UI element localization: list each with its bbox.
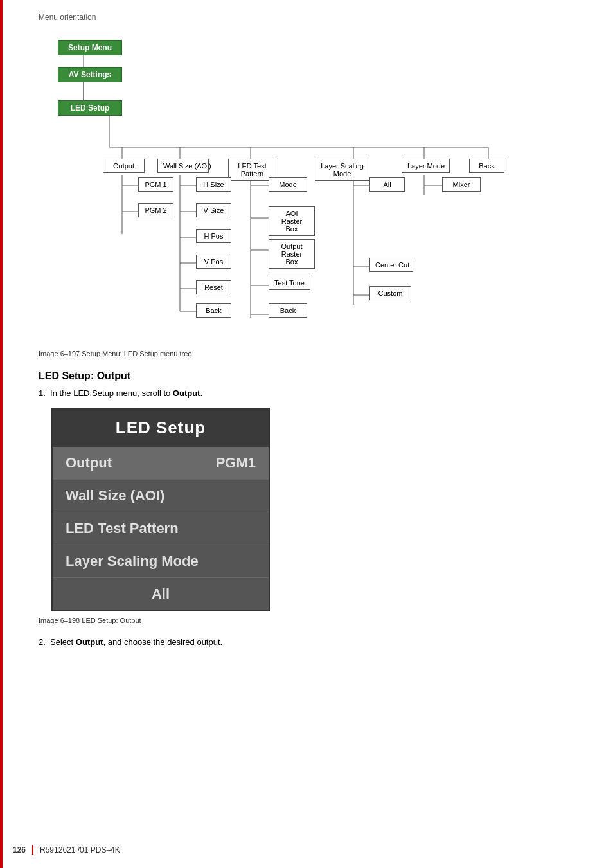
footer-separator xyxy=(32,845,33,855)
led-display-output-value: PGM1 xyxy=(216,455,256,471)
menu-box-layer-mode: Layer Mode xyxy=(402,159,450,173)
menu-box-wall-size: Wall Size (AOI) xyxy=(157,159,209,173)
page-left-border xyxy=(0,0,3,868)
footer-page-number: 126 xyxy=(13,845,26,854)
menu-box-mixer: Mixer xyxy=(442,177,481,192)
menu-box-v-pos: V Pos xyxy=(196,255,231,269)
image-caption-2: Image 6–198 LED Setup: Output xyxy=(39,617,594,624)
led-display-all-label: All xyxy=(66,586,256,602)
menu-box-custom: Custom xyxy=(369,286,411,300)
section-heading: LED Setup: Output xyxy=(39,370,594,382)
menu-box-back1: Back xyxy=(196,303,231,318)
led-display-header: LED Setup xyxy=(53,409,269,447)
menu-box-pgm1: PGM 1 xyxy=(138,177,173,192)
menu-box-all: All xyxy=(369,177,405,192)
led-display-row-all: All xyxy=(53,578,269,610)
led-display-row-wall-size: Wall Size (AOI) xyxy=(53,480,269,512)
led-display-row-layer-scaling: Layer Scaling Mode xyxy=(53,545,269,578)
page-footer: 126 R5912621 /01 PDS–4K xyxy=(13,845,600,855)
menu-box-setup-menu: Setup Menu xyxy=(58,40,122,55)
menu-orientation-label: Menu orientation xyxy=(39,13,594,22)
image-caption-1: Image 6–197 Setup Menu: LED Setup menu t… xyxy=(39,350,594,357)
menu-box-mode: Mode xyxy=(269,177,307,192)
menu-tree-diagram: Setup Menu AV Settings LED Setup Output … xyxy=(39,35,594,330)
led-display-layer-scaling-label: Layer Scaling Mode xyxy=(66,553,199,570)
menu-box-aoi-raster-box: AOI Raster Box xyxy=(269,206,315,236)
step1-text: 1. In the LED:Setup menu, scroll to Outp… xyxy=(39,388,594,398)
led-display-row-led-test-pattern: LED Test Pattern xyxy=(53,512,269,545)
menu-box-back2: Back xyxy=(269,303,307,318)
footer-doc-id: R5912621 /01 PDS–4K xyxy=(40,845,120,854)
led-display-row-output: Output PGM1 xyxy=(53,447,269,480)
menu-box-pgm2: PGM 2 xyxy=(138,203,173,217)
step2-text: 2. Select Output, and choose the desired… xyxy=(39,637,594,647)
led-display-output-label: Output xyxy=(66,455,112,471)
menu-box-test-tone: Test Tone xyxy=(269,276,310,290)
menu-box-center-cut: Center Cut xyxy=(369,258,413,272)
menu-box-v-size: V Size xyxy=(196,203,231,217)
menu-box-h-pos: H Pos xyxy=(196,229,231,243)
menu-box-led-setup: LED Setup xyxy=(58,100,122,116)
menu-box-output: Output xyxy=(103,159,145,173)
menu-box-h-size: H Size xyxy=(196,177,231,192)
menu-box-av-settings: AV Settings xyxy=(58,67,122,82)
led-display-wall-size-label: Wall Size (AOI) xyxy=(66,487,164,504)
menu-box-output-raster-box: Output Raster Box xyxy=(269,239,315,269)
led-display-panel: LED Setup Output PGM1 Wall Size (AOI) LE… xyxy=(51,408,270,611)
menu-box-back3: Back xyxy=(469,159,504,173)
menu-box-reset: Reset xyxy=(196,280,231,294)
menu-box-layer-scaling-mode: Layer Scaling Mode xyxy=(315,159,369,181)
led-display-led-test-label: LED Test Pattern xyxy=(66,520,179,537)
